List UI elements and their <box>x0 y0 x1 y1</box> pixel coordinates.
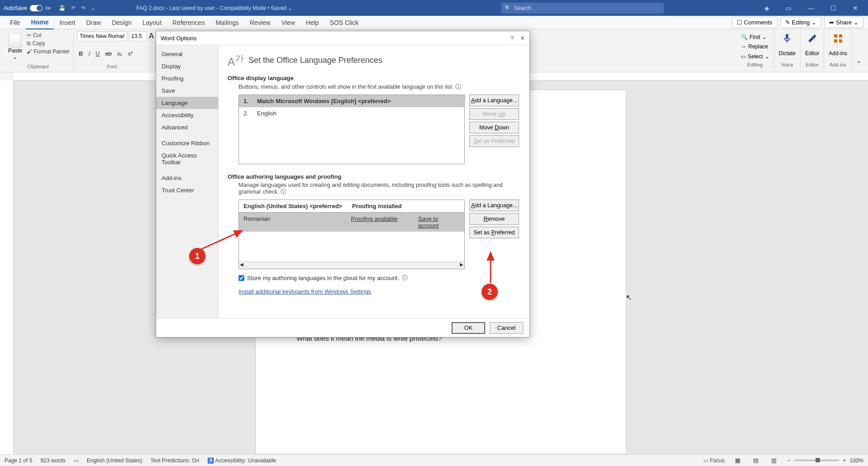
status-predictions[interactable]: Text Predictions: On <box>151 457 199 464</box>
subscript-button[interactable]: x₂ <box>116 49 124 58</box>
read-mode-icon[interactable]: ▦ <box>733 456 743 465</box>
paste-button[interactable]: Paste ⌄ <box>6 31 24 62</box>
scroll-left-icon[interactable]: ◀ <box>240 262 243 269</box>
spellcheck-icon[interactable]: ▭ <box>74 457 79 464</box>
superscript-button[interactable]: x² <box>126 49 134 58</box>
sidebar-item-customize-ribbon[interactable]: Customize Ribbon <box>156 137 218 149</box>
ok-button[interactable]: OK <box>452 322 485 334</box>
zoom-level[interactable]: 100% <box>849 457 863 464</box>
remove-authoring-language-button[interactable]: Remove <box>469 213 519 225</box>
collapse-ribbon-icon[interactable]: ⌃ <box>852 58 865 70</box>
select-button[interactable]: ▭ Select ⌄ <box>741 52 769 61</box>
underline-button[interactable]: U <box>94 49 101 58</box>
format-painter-button[interactable]: 🖌 Format Painter <box>27 48 70 56</box>
redo-icon[interactable]: ↷ <box>81 5 86 11</box>
autosave-toggle[interactable]: AutoSave On <box>0 5 54 11</box>
diamond-icon[interactable]: ◈ <box>761 3 773 14</box>
sidebar-item-addins[interactable]: Add-ins <box>156 172 218 184</box>
ruler-vertical[interactable] <box>0 81 14 454</box>
cut-button[interactable]: ✂ Cut <box>27 31 70 39</box>
bold-button[interactable]: B <box>77 49 84 58</box>
move-down-button[interactable]: Move Down <box>469 122 519 133</box>
comments-button[interactable]: ☐ Comments <box>732 17 777 28</box>
dialog-help-button[interactable]: ? <box>510 35 514 42</box>
status-words[interactable]: 923 words <box>40 457 65 464</box>
authoring-list-header[interactable]: English (United States) <preferred> Proo… <box>239 200 464 213</box>
close-button[interactable]: ✕ <box>849 3 862 14</box>
print-layout-icon[interactable]: ▤ <box>751 456 761 465</box>
italic-button[interactable]: I <box>87 49 91 58</box>
ribbon-display-icon[interactable]: ▭ <box>782 3 795 14</box>
list-scrollbar[interactable]: ◀▶ <box>239 262 464 269</box>
editor-group[interactable]: Editor Editor <box>801 31 824 70</box>
display-language-row[interactable]: 1. Match Microsoft Windows [English] <pr… <box>239 95 464 107</box>
info-icon[interactable]: ⓘ <box>402 274 408 282</box>
sidebar-item-accessibility[interactable]: Accessibility <box>156 109 218 121</box>
set-preferred-authoring-button[interactable]: Set as Preferred <box>469 227 519 238</box>
cancel-button[interactable]: Cancel <box>490 322 523 334</box>
font-name-select[interactable] <box>77 31 127 41</box>
zoom-control[interactable]: − + 100% <box>787 457 863 464</box>
status-accessibility[interactable]: ♿ Accessibility: Unavailable <box>207 457 276 464</box>
zoom-thumb[interactable] <box>816 458 820 462</box>
sidebar-item-proofing[interactable]: Proofing <box>156 72 218 85</box>
tab-references[interactable]: References <box>167 16 210 29</box>
share-button[interactable]: ➦ Share ⌄ <box>824 17 863 28</box>
font-size-select[interactable] <box>129 31 147 41</box>
sidebar-item-general[interactable]: General <box>156 48 218 60</box>
copy-button[interactable]: ⧉ Copy <box>27 39 70 48</box>
tab-view[interactable]: View <box>276 16 300 29</box>
sidebar-item-trust-center[interactable]: Trust Center <box>156 184 218 196</box>
sidebar-item-qat[interactable]: Quick Access Toolbar <box>156 149 218 168</box>
web-layout-icon[interactable]: ▥ <box>769 456 779 465</box>
zoom-in-button[interactable]: + <box>843 457 846 464</box>
sidebar-item-save[interactable]: Save <box>156 85 218 97</box>
maximize-button[interactable]: ☐ <box>827 3 840 14</box>
editing-mode-button[interactable]: ✎ Editing ⌄ <box>780 17 822 28</box>
info-icon[interactable]: ⓘ <box>455 84 461 90</box>
dialog-close-button[interactable]: ✕ <box>520 35 525 42</box>
info-icon[interactable]: ⓘ <box>281 189 286 195</box>
authoring-language-row[interactable]: Romanian Proofing available Save to acco… <box>239 213 464 232</box>
add-authoring-language-button[interactable]: Add a Language... <box>469 200 519 211</box>
document-title[interactable]: FAQ 2.docx - Last saved by user - Compat… <box>100 5 501 11</box>
focus-mode-button[interactable]: ▭ Focus <box>703 457 725 464</box>
sidebar-item-language[interactable]: Language <box>156 97 218 109</box>
tab-insert[interactable]: Insert <box>54 16 81 29</box>
tab-file[interactable]: File <box>5 16 26 29</box>
search-box[interactable]: 🔍 Search <box>501 3 664 14</box>
authoring-language-title: Office authoring languages and proofing <box>228 173 522 180</box>
sidebar-item-advanced[interactable]: Advanced <box>156 121 218 133</box>
status-language[interactable]: English (United States) <box>87 457 143 464</box>
sidebar-item-display[interactable]: Display <box>156 60 218 72</box>
qat-dropdown-icon[interactable]: ⌄ <box>91 5 95 11</box>
zoom-out-button[interactable]: − <box>787 457 790 464</box>
tab-review[interactable]: Review <box>244 16 276 29</box>
tab-help[interactable]: Help <box>300 16 324 29</box>
zoom-slider[interactable] <box>794 460 839 461</box>
tab-mailings[interactable]: Mailings <box>210 16 244 29</box>
undo-icon[interactable]: ↶ <box>71 5 76 11</box>
minimize-button[interactable]: — <box>804 3 818 14</box>
display-language-row[interactable]: 2. English <box>239 107 464 119</box>
addins-group[interactable]: Add-ins Add-ins <box>824 31 852 70</box>
replace-button[interactable]: ↔ Replace <box>741 43 769 51</box>
tab-draw[interactable]: Draw <box>81 16 106 29</box>
status-page[interactable]: Page 1 of 5 <box>5 457 32 464</box>
tab-sosclick[interactable]: SOS Click <box>324 16 364 29</box>
find-button[interactable]: 🔍 Find ⌄ <box>741 33 769 41</box>
save-icon[interactable]: 💾 <box>59 5 66 11</box>
strike-button[interactable]: ab <box>104 49 113 58</box>
proofing-available-link[interactable]: Proofing available <box>351 215 397 222</box>
dictate-group[interactable]: Dictate Voice <box>774 31 801 70</box>
tab-home[interactable]: Home <box>26 16 54 29</box>
tab-design[interactable]: Design <box>106 16 137 29</box>
add-display-language-button[interactable]: Add a Language... <box>469 95 519 106</box>
save-to-account-link[interactable]: Save to account <box>418 215 439 229</box>
store-cloud-checkbox[interactable] <box>238 275 244 281</box>
scroll-right-icon[interactable]: ▶ <box>460 262 463 269</box>
display-language-list[interactable]: 1. Match Microsoft Windows [English] <pr… <box>238 95 465 164</box>
authoring-language-list[interactable]: English (United States) <preferred> Proo… <box>238 200 465 269</box>
install-keyboards-link[interactable]: Install additional keyboards from Window… <box>238 288 371 295</box>
tab-layout[interactable]: Layout <box>137 16 167 29</box>
